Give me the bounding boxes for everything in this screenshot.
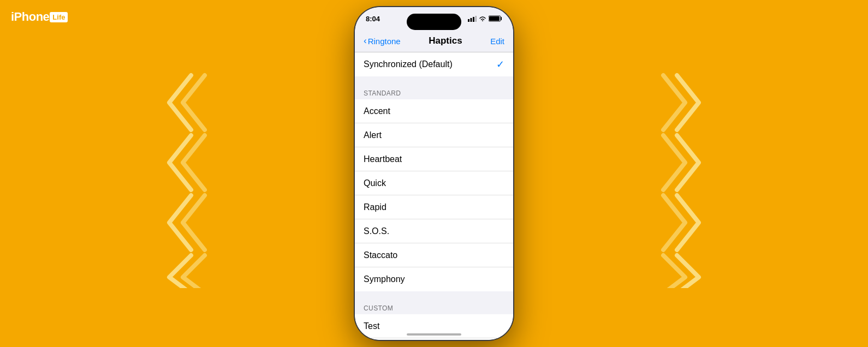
custom-section-header: CUSTOM xyxy=(355,301,513,314)
brand-iphone: iPhone xyxy=(11,10,49,24)
phone-body: 8:04 xyxy=(355,7,513,340)
item-label: S.O.S. xyxy=(364,226,389,236)
battery-icon xyxy=(489,15,502,23)
create-vibration-item[interactable]: Create New Vibration › xyxy=(355,338,513,340)
item-label: Test xyxy=(364,321,379,331)
list-item[interactable]: Staccato xyxy=(355,243,513,267)
list-item[interactable]: Heartbeat xyxy=(355,147,513,171)
page-title: Haptics xyxy=(429,35,462,46)
battery-svg xyxy=(489,15,502,22)
edit-button[interactable]: Edit xyxy=(490,37,504,46)
right-arrows-decoration xyxy=(655,59,721,288)
item-label: Symphony xyxy=(364,274,405,284)
phone-mockup: 8:04 xyxy=(355,7,513,340)
back-label: Ringtone xyxy=(368,37,401,46)
list-item[interactable]: Symphony xyxy=(355,267,513,291)
brand-life: Life xyxy=(50,12,68,22)
left-arrows-decoration xyxy=(147,59,213,288)
status-icons xyxy=(468,15,502,23)
synchronized-default-item[interactable]: Synchronized (Default) ✓ xyxy=(355,52,513,76)
svg-rect-0 xyxy=(468,19,469,22)
item-label: Rapid xyxy=(364,202,387,212)
list-item[interactable]: Rapid xyxy=(355,195,513,219)
standard-list: Accent Alert Heartbeat Quick Rapid xyxy=(355,99,513,291)
checkmark-icon: ✓ xyxy=(496,58,504,70)
list-item[interactable]: Quick xyxy=(355,171,513,195)
back-chevron-icon: ‹ xyxy=(364,35,367,46)
item-label: Accent xyxy=(364,106,390,116)
back-button[interactable]: ‹ Ringtone xyxy=(364,35,401,46)
wifi-icon xyxy=(479,16,486,22)
home-indicator xyxy=(407,333,461,336)
signal-icon xyxy=(468,16,477,22)
status-time: 8:04 xyxy=(366,15,380,23)
list-item[interactable]: Alert xyxy=(355,123,513,147)
item-label: Staccato xyxy=(364,250,397,260)
svg-rect-3 xyxy=(475,16,477,22)
svg-rect-5 xyxy=(489,16,500,21)
list-item[interactable]: S.O.S. xyxy=(355,219,513,243)
svg-rect-2 xyxy=(473,17,474,22)
custom-list: Test Create New Vibration › xyxy=(355,314,513,340)
list-item[interactable]: Accent xyxy=(355,99,513,123)
brand-logo: iPhone Life xyxy=(11,10,68,24)
synchronized-label: Synchronized (Default) xyxy=(364,59,453,69)
screen: 8:04 xyxy=(355,7,513,340)
standard-section-header: STANDARD xyxy=(355,86,513,99)
item-label: Alert xyxy=(364,130,382,140)
item-label: Heartbeat xyxy=(364,154,402,164)
separator-1 xyxy=(355,76,513,86)
item-label: Quick xyxy=(364,178,386,188)
svg-rect-1 xyxy=(471,18,472,22)
separator-2 xyxy=(355,291,513,301)
default-section: Synchronized (Default) ✓ xyxy=(355,52,513,76)
dynamic-island xyxy=(407,14,461,30)
